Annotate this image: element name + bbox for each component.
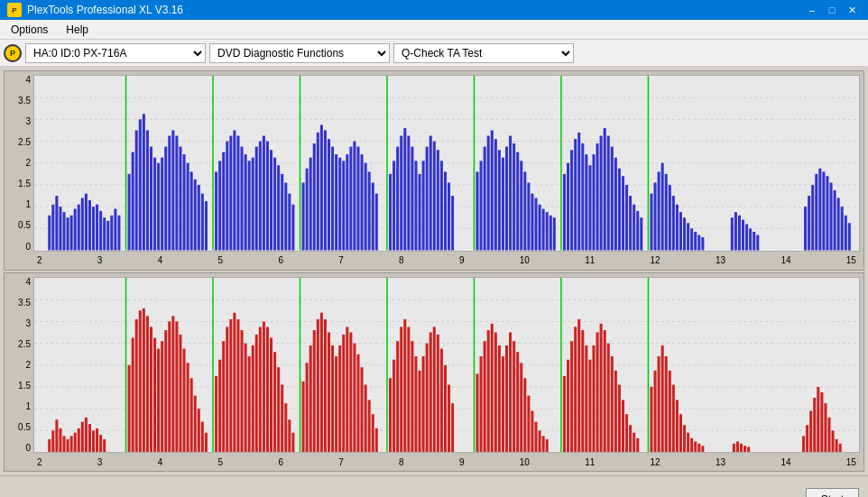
- svg-rect-291: [375, 428, 378, 452]
- svg-rect-121: [491, 130, 494, 250]
- svg-rect-274: [313, 330, 316, 452]
- svg-rect-319: [509, 332, 512, 452]
- start-button[interactable]: Start: [806, 488, 859, 498]
- svg-rect-260: [255, 334, 258, 452]
- svg-rect-129: [520, 161, 522, 250]
- svg-rect-346: [622, 400, 624, 452]
- svg-rect-193: [837, 198, 840, 250]
- drive-select[interactable]: HA:0 ID:0 PX-716A: [25, 43, 206, 63]
- svg-rect-223: [92, 430, 95, 452]
- svg-rect-170: [683, 217, 686, 250]
- title-bar: P PlexTools Professional XL V3.16 – □ ✕: [0, 0, 868, 20]
- svg-rect-281: [338, 345, 341, 452]
- svg-rect-269: [288, 419, 291, 452]
- svg-rect-111: [433, 142, 436, 251]
- svg-rect-324: [527, 395, 530, 452]
- function-select[interactable]: DVD Diagnostic Functions: [209, 43, 390, 63]
- svg-rect-271: [302, 381, 305, 452]
- svg-rect-356: [669, 370, 671, 452]
- svg-rect-97: [372, 183, 374, 251]
- window-title: PlexTools Professional XL V3.16: [27, 4, 183, 16]
- svg-rect-87: [335, 154, 337, 250]
- svg-rect-194: [841, 207, 844, 250]
- title-bar-controls[interactable]: – □ ✕: [803, 3, 861, 17]
- svg-rect-26: [92, 207, 95, 250]
- svg-rect-297: [407, 327, 410, 452]
- svg-rect-76: [288, 194, 291, 251]
- app-icon: P: [7, 3, 22, 17]
- svg-rect-126: [509, 136, 512, 251]
- svg-rect-100: [392, 161, 395, 250]
- svg-rect-341: [604, 330, 606, 452]
- maximize-button[interactable]: □: [823, 3, 841, 17]
- svg-rect-224: [96, 428, 98, 452]
- svg-rect-86: [331, 147, 334, 251]
- svg-rect-256: [241, 330, 244, 452]
- svg-rect-165: [665, 174, 668, 251]
- svg-rect-176: [731, 217, 734, 250]
- svg-rect-267: [281, 384, 283, 452]
- svg-rect-66: [252, 158, 254, 251]
- svg-rect-128: [516, 152, 519, 251]
- bottom-chart-svg: [34, 278, 859, 453]
- svg-rect-196: [848, 223, 851, 250]
- svg-rect-40: [150, 147, 152, 251]
- svg-rect-104: [407, 136, 410, 251]
- svg-rect-122: [494, 139, 497, 250]
- svg-rect-65: [248, 161, 251, 250]
- svg-rect-137: [549, 216, 552, 251]
- svg-rect-46: [171, 130, 174, 250]
- svg-rect-84: [324, 130, 327, 250]
- svg-rect-81: [313, 143, 316, 251]
- svg-rect-88: [338, 158, 341, 251]
- svg-rect-347: [625, 414, 628, 452]
- svg-rect-217: [70, 436, 73, 452]
- svg-rect-360: [683, 425, 686, 452]
- svg-rect-158: [633, 205, 635, 251]
- svg-rect-280: [335, 356, 337, 452]
- svg-rect-48: [179, 147, 181, 251]
- svg-rect-169: [679, 212, 682, 250]
- svg-rect-279: [331, 345, 334, 452]
- svg-rect-174: [697, 235, 700, 251]
- menu-help[interactable]: Help: [59, 22, 96, 38]
- svg-rect-187: [815, 174, 817, 251]
- svg-rect-58: [222, 152, 225, 251]
- svg-rect-364: [697, 443, 700, 452]
- svg-rect-55: [205, 201, 208, 250]
- svg-rect-230: [139, 310, 142, 452]
- svg-rect-37: [139, 119, 142, 250]
- svg-rect-265: [273, 352, 276, 452]
- minimize-button[interactable]: –: [803, 3, 821, 17]
- svg-rect-313: [487, 330, 490, 452]
- svg-rect-304: [433, 327, 436, 452]
- svg-rect-276: [320, 312, 323, 452]
- svg-rect-27: [96, 205, 98, 251]
- svg-rect-160: [640, 217, 642, 250]
- svg-rect-43: [161, 158, 163, 251]
- svg-rect-338: [592, 345, 595, 452]
- svg-rect-67: [255, 147, 258, 251]
- test-select[interactable]: Q-Check TA Test: [393, 43, 574, 63]
- svg-rect-221: [85, 417, 88, 452]
- svg-rect-236: [161, 341, 163, 452]
- svg-rect-332: [570, 341, 573, 452]
- svg-rect-168: [676, 205, 679, 251]
- svg-rect-96: [368, 171, 371, 250]
- svg-rect-90: [346, 154, 348, 250]
- svg-rect-220: [81, 421, 84, 452]
- svg-rect-318: [505, 345, 508, 452]
- svg-rect-61: [233, 130, 235, 250]
- svg-rect-257: [245, 343, 247, 452]
- svg-rect-189: [822, 171, 825, 250]
- svg-rect-166: [669, 185, 671, 251]
- close-button[interactable]: ✕: [843, 3, 861, 17]
- svg-rect-157: [629, 196, 632, 250]
- svg-rect-103: [403, 128, 406, 250]
- menu-options[interactable]: Options: [4, 22, 55, 38]
- svg-rect-254: [233, 312, 235, 452]
- svg-rect-335: [581, 330, 584, 452]
- bottom-chart-inner: [33, 277, 860, 454]
- svg-rect-171: [687, 223, 689, 250]
- svg-rect-164: [661, 163, 664, 251]
